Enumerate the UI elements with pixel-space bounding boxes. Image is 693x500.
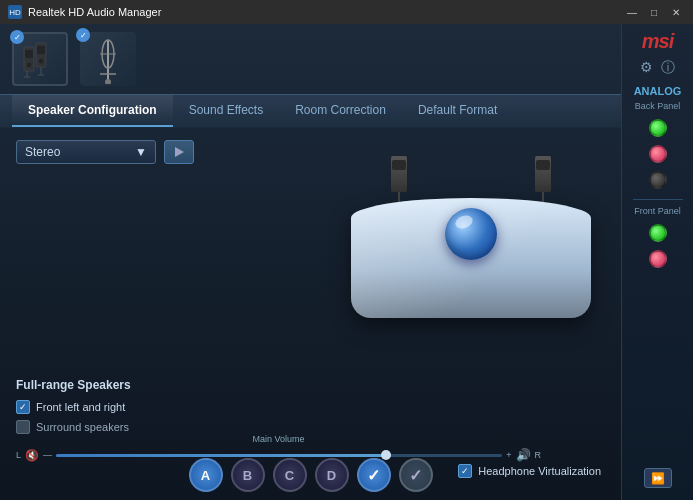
gear-icon[interactable]: ⚙: [640, 59, 653, 77]
jack-green-back[interactable]: [649, 119, 667, 137]
analog-label: ANALOG: [634, 85, 682, 97]
fullrange-title: Full-range Speakers: [16, 378, 131, 392]
volume-fill: [56, 454, 391, 457]
right-bottom-button[interactable]: ⏩: [644, 468, 672, 488]
play-icon: [173, 146, 185, 158]
front-panel-label: Front Panel: [634, 206, 681, 216]
tab-bar: Speaker Configuration Sound Effects Room…: [0, 94, 621, 128]
svg-marker-17: [175, 147, 184, 157]
speakers-device-icon[interactable]: ✓: [12, 32, 68, 86]
info-icon[interactable]: ⓘ: [661, 59, 675, 77]
jack-pink-back[interactable]: [649, 145, 667, 163]
app-icon: HD: [8, 5, 22, 19]
tab-speaker-configuration[interactable]: Speaker Configuration: [12, 95, 173, 127]
fullrange-section: Full-range Speakers ✓ Front left and rig…: [16, 378, 131, 440]
tab-sound-effects[interactable]: Sound Effects: [173, 95, 280, 127]
svg-text:HD: HD: [9, 8, 21, 17]
svg-point-4: [26, 62, 32, 68]
mic-check: ✓: [76, 28, 90, 42]
tab-room-correction[interactable]: Room Correction: [279, 95, 402, 127]
tab-default-format[interactable]: Default Format: [402, 95, 513, 127]
surround-speakers-label: Surround speakers: [36, 421, 129, 433]
title-bar: HD Realtek HD Audio Manager — □ ✕: [0, 0, 693, 24]
back-panel-label: Back Panel: [635, 101, 681, 111]
profile-a-button[interactable]: A: [189, 458, 223, 492]
stage-ball: [445, 208, 497, 260]
top-icons-bar: ✓ ✓: [0, 24, 621, 94]
profile-d-button[interactable]: D: [315, 458, 349, 492]
right-panel: msi ⚙ ⓘ ANALOG Back Panel Front Panel ⏩: [621, 24, 693, 500]
main-volume-label: Main Volume: [16, 434, 541, 444]
confirm-button[interactable]: ✓: [357, 458, 391, 492]
maximize-button[interactable]: □: [645, 5, 663, 19]
play-button[interactable]: [164, 140, 194, 164]
cancel-confirm-button[interactable]: ✓: [399, 458, 433, 492]
volume-track[interactable]: [56, 454, 502, 457]
profile-c-button[interactable]: C: [273, 458, 307, 492]
right-icons-row: ⚙ ⓘ: [640, 59, 675, 77]
msi-logo: msi: [642, 30, 673, 53]
window-title: Realtek HD Audio Manager: [28, 6, 623, 18]
dropdown-arrow-icon: ▼: [135, 145, 147, 159]
front-left-right-checkbox[interactable]: ✓: [16, 400, 30, 414]
jack-pink-front[interactable]: [649, 250, 667, 268]
jack-black-back[interactable]: [649, 171, 667, 189]
minimize-button[interactable]: —: [623, 5, 641, 19]
left-area: ✓ ✓: [0, 24, 621, 500]
bottom-controls: A B C D ✓ ✓: [0, 458, 621, 492]
content-area: Stereo ▼: [0, 128, 621, 500]
front-left-right-row: ✓ Front left and right: [16, 400, 131, 414]
svg-point-16: [105, 79, 111, 84]
panel-divider: [633, 199, 683, 200]
window-controls: — □ ✕: [623, 5, 685, 19]
speaker-stage: [341, 138, 601, 338]
main-container: ✓ ✓: [0, 24, 693, 500]
surround-speakers-checkbox[interactable]: [16, 420, 30, 434]
svg-rect-3: [25, 50, 33, 58]
svg-rect-6: [37, 46, 45, 54]
mic-svg: [90, 34, 126, 84]
front-left-right-label: Front left and right: [36, 401, 125, 413]
microphone-device-icon[interactable]: ✓: [80, 32, 136, 86]
stereo-dropdown[interactable]: Stereo ▼: [16, 140, 156, 164]
jack-green-front[interactable]: [649, 224, 667, 242]
surround-speakers-row: Surround speakers: [16, 420, 131, 434]
close-button[interactable]: ✕: [667, 5, 685, 19]
speakers-svg: [22, 39, 58, 79]
profile-b-button[interactable]: B: [231, 458, 265, 492]
svg-point-7: [38, 58, 44, 64]
